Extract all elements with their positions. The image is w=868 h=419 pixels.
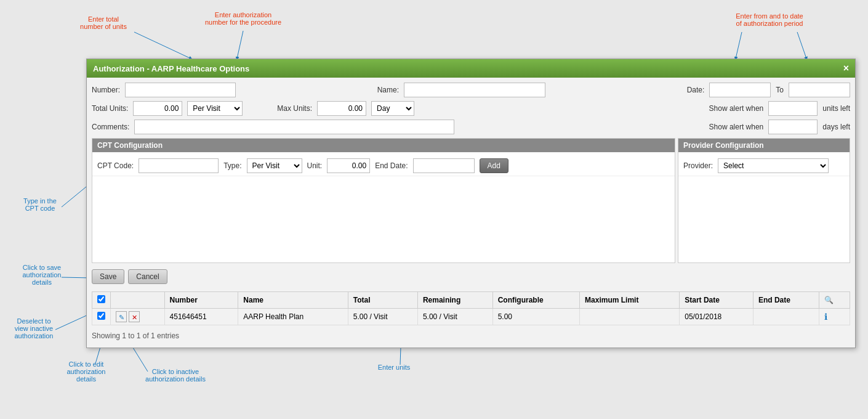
svg-text:details: details	[76, 375, 96, 383]
date-from-input[interactable]	[709, 83, 771, 97]
svg-text:CPT code: CPT code	[25, 205, 55, 212]
cpt-end-date-input[interactable]	[413, 158, 475, 173]
close-button[interactable]: ×	[843, 63, 849, 74]
days-left-label: days left	[822, 123, 850, 131]
table-header-end-date: End Date	[753, 292, 819, 309]
total-units-select[interactable]: Per Visit Per Day Per Authorization	[187, 101, 243, 116]
svg-text:view inactive: view inactive	[15, 325, 53, 332]
units-left-label: units left	[822, 104, 850, 113]
row-name: AARP Health Plan	[238, 309, 348, 325]
row-end-date	[753, 309, 819, 325]
cpt-configuration-section: CPT Configuration CPT Code: Type: Per Vi…	[92, 138, 675, 263]
row-remaining: 5.00 / Visit	[417, 309, 492, 325]
svg-text:authorization: authorization	[67, 368, 106, 375]
add-button[interactable]: Add	[480, 158, 508, 173]
provider-form-row: Provider: Select	[678, 156, 850, 176]
table-header-maximum-limit: Maximum Limit	[580, 292, 680, 309]
svg-text:authorization: authorization	[15, 332, 54, 340]
name-label: Name:	[377, 86, 399, 94]
name-input[interactable]	[404, 83, 545, 97]
comments-input[interactable]	[134, 120, 454, 134]
svg-text:number for the procedure: number for the procedure	[205, 18, 281, 26]
cpt-code-label: CPT Code:	[97, 161, 134, 170]
action-bar: Save Cancel	[92, 267, 850, 287]
date-label: Date:	[687, 86, 705, 94]
modal-title: Authorization - AARP Healthcare Options	[93, 64, 249, 73]
svg-text:Deselect to: Deselect to	[17, 317, 50, 325]
table-header-name: Name	[238, 292, 348, 309]
total-units-input[interactable]	[133, 101, 182, 116]
cancel-button[interactable]: Cancel	[128, 269, 167, 284]
svg-text:Click to inactive: Click to inactive	[152, 368, 199, 375]
save-button[interactable]: Save	[92, 269, 124, 284]
row-number: 451646451	[164, 309, 238, 325]
table-header-actions	[111, 292, 165, 309]
table-header-checkbox	[92, 292, 111, 309]
table-header-search: 🔍	[819, 292, 850, 309]
provider-configuration-section: Provider Configuration Provider: Select	[678, 138, 850, 263]
provider-select[interactable]: Select	[718, 158, 829, 173]
svg-line-9	[797, 32, 806, 59]
cpt-unit-input[interactable]	[327, 158, 370, 173]
cpt-end-date-label: End Date:	[375, 161, 408, 170]
svg-line-8	[736, 32, 742, 59]
info-icon[interactable]: ℹ	[824, 312, 827, 322]
provider-section-header: Provider Configuration	[678, 139, 850, 152]
row-configurable: 5.00	[492, 309, 579, 325]
row-total: 5.00 / Visit	[348, 309, 417, 325]
total-units-label: Total Units:	[92, 104, 128, 113]
authorization-modal: Authorization - AARP Healthcare Options …	[86, 59, 856, 348]
max-units-select[interactable]: Day Visit Week	[371, 101, 414, 116]
svg-text:of authorization period: of authorization period	[736, 20, 803, 27]
config-sections: CPT Configuration CPT Code: Type: Per Vi…	[92, 138, 850, 263]
cpt-type-label: Type:	[223, 161, 241, 170]
authorization-table: Number Name Total Remaining Configurable…	[92, 291, 850, 325]
row-maximum-limit	[580, 309, 680, 325]
table-header-configurable: Configurable	[492, 292, 579, 309]
cpt-content-area	[92, 176, 675, 262]
provider-content-area	[678, 176, 850, 262]
svg-text:authorization: authorization	[23, 271, 62, 279]
date-to-input[interactable]	[789, 83, 850, 97]
table-header-total: Total	[348, 292, 417, 309]
number-label: Number:	[92, 86, 120, 94]
svg-line-2	[134, 32, 191, 59]
svg-text:Click to save: Click to save	[23, 264, 61, 271]
svg-line-12	[62, 184, 89, 207]
cpt-type-select[interactable]: Per Visit Per Day Per Authorization	[247, 158, 302, 173]
row-action-icons: ✎ ✕	[111, 309, 165, 325]
row-checkbox-cell	[92, 309, 111, 325]
table-header-remaining: Remaining	[417, 292, 492, 309]
show-alert-units-label: Show alert when	[709, 104, 764, 113]
svg-text:Enter from and to date: Enter from and to date	[736, 12, 803, 20]
svg-text:Enter units: Enter units	[378, 364, 411, 371]
delete-icon[interactable]: ✕	[129, 311, 140, 322]
select-all-checkbox[interactable]	[97, 295, 105, 303]
show-alert-days-label: Show alert when	[709, 123, 764, 131]
row-info[interactable]: ℹ	[819, 309, 850, 325]
alert-units-input[interactable]	[768, 101, 818, 116]
modal-header: Authorization - AARP Healthcare Options …	[87, 59, 855, 78]
cpt-section-header: CPT Configuration	[92, 139, 675, 152]
modal-body: Number: Name: Date: To Total Units: Per …	[87, 78, 855, 348]
cpt-code-input[interactable]	[139, 158, 219, 173]
svg-text:Type in the: Type in the	[23, 197, 57, 205]
form-row-1: Number: Name: Date: To	[92, 83, 850, 97]
pagination-info: Showing 1 to 1 of 1 entries	[92, 329, 850, 343]
cpt-form-row: CPT Code: Type: Per Visit Per Day Per Au…	[92, 156, 675, 176]
svg-line-5	[237, 31, 243, 59]
alert-days-input[interactable]	[768, 120, 818, 134]
row-start-date: 05/01/2018	[680, 309, 753, 325]
svg-text:Click to edit: Click to edit	[69, 360, 104, 368]
number-input[interactable]	[125, 83, 236, 97]
table-row: ✎ ✕ 451646451 AARP Health Plan 5.00 / Vi…	[92, 309, 850, 325]
edit-icon[interactable]: ✎	[116, 311, 127, 322]
cpt-unit-label: Unit:	[307, 161, 323, 170]
table-header-number: Number	[164, 292, 238, 309]
svg-text:authorization details: authorization details	[145, 375, 206, 383]
svg-text:Enter total: Enter total	[88, 15, 119, 23]
max-units-label: Max Units:	[277, 104, 312, 113]
svg-text:Enter authorization: Enter authorization	[215, 11, 271, 18]
max-units-input[interactable]	[317, 101, 366, 116]
row-checkbox[interactable]	[97, 312, 105, 320]
